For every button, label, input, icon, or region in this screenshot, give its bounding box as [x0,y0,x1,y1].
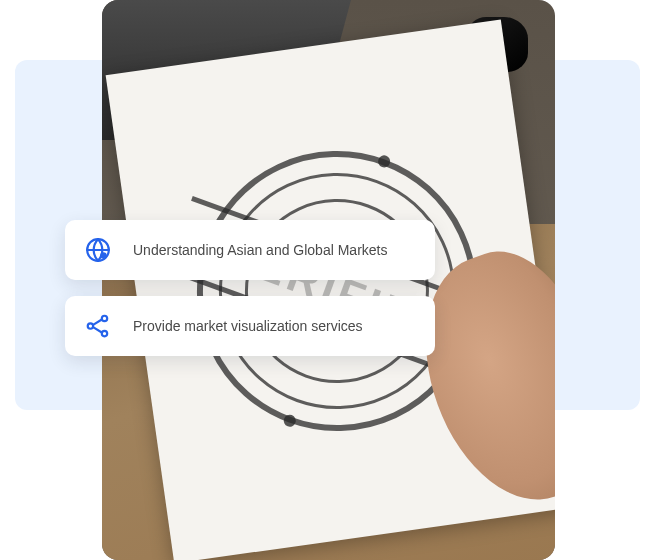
network-icon [85,313,111,339]
svg-point-4 [102,331,107,336]
feature-card-label: Provide market visualization services [133,318,363,334]
svg-point-3 [102,316,107,321]
feature-card-visualization: Provide market visualization services [65,296,435,356]
hero-image: VERIFIED [102,0,555,560]
svg-point-1 [100,252,107,258]
feature-card-markets: Understanding Asian and Global Markets [65,220,435,280]
svg-point-2 [88,323,93,328]
globe-icon [85,237,111,263]
feature-card-label: Understanding Asian and Global Markets [133,242,387,258]
